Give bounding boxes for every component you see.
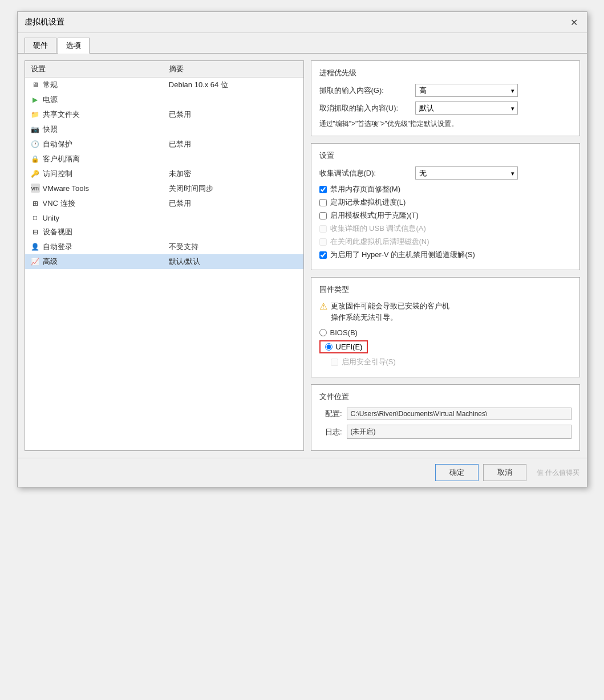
- config-value: C:\Users\Riven\Documents\Virtual Machine…: [347, 408, 571, 420]
- capture-select[interactable]: 高 正常 低: [415, 84, 518, 97]
- checkbox-disable-memory[interactable]: [319, 186, 327, 193]
- capture-row: 抓取的输入内容(G): 高 正常 低: [319, 84, 571, 97]
- table-row[interactable]: ⊟ 设备视图: [25, 225, 303, 239]
- autoprotect-icon: 🕐: [31, 140, 40, 149]
- tab-options[interactable]: 选项: [58, 38, 90, 54]
- row-name: 自动保护: [43, 139, 72, 149]
- section-settings: 设置 收集调试信息(D): 无 基本 详细 禁用内存页面修整(M): [311, 143, 580, 270]
- row-name: VMware Tools: [43, 184, 89, 193]
- checkbox-label-4: 在关闭此虚拟机后清理磁盘(N): [330, 237, 429, 247]
- secure-boot-row: 启用安全引导(S): [331, 357, 571, 367]
- general-icon: 🖥: [31, 80, 40, 89]
- table-row[interactable]: 🔒 客户机隔离: [25, 152, 303, 166]
- checkbox-row-4: 在关闭此虚拟机后清理磁盘(N): [319, 237, 571, 247]
- debug-row: 收集调试信息(D): 无 基本 详细: [319, 166, 571, 180]
- col-setting: 设置: [25, 61, 163, 78]
- bios-radio-row: BIOS(B): [319, 328, 571, 337]
- checkbox-template-mode[interactable]: [319, 212, 327, 219]
- power-icon: ▶: [31, 95, 40, 104]
- firmware-title: 固件类型: [319, 284, 571, 295]
- warning-icon: ⚠: [319, 301, 327, 312]
- checkbox-row-0: 禁用内存页面修整(M): [319, 184, 571, 194]
- checkbox-row-1: 定期记录虚拟机进度(L): [319, 197, 571, 207]
- tab-hardware[interactable]: 硬件: [25, 38, 56, 54]
- checkbox-hyperv-mitigate[interactable]: [319, 251, 327, 259]
- row-name: 自动登录: [43, 242, 72, 252]
- uefi-radio[interactable]: [325, 343, 333, 351]
- row-summary: [163, 122, 303, 137]
- file-title: 文件位置: [319, 392, 571, 402]
- row-summary: 不受支持: [163, 239, 303, 254]
- uncapture-label: 取消抓取的输入内容(U):: [319, 103, 411, 113]
- firmware-warning: ⚠ 更改固件可能会导致已安装的客户机操作系统无法引导。: [319, 300, 571, 323]
- debug-label: 收集调试信息(D):: [319, 168, 411, 178]
- row-name: 客户机隔离: [43, 154, 80, 164]
- secure-boot-checkbox: [331, 359, 338, 366]
- row-name: 共享文件夹: [43, 109, 80, 120]
- row-summary: 已禁用: [163, 137, 303, 152]
- close-button[interactable]: ✕: [569, 17, 580, 28]
- table-row[interactable]: 📁 共享文件夹 已禁用: [25, 107, 303, 122]
- vnc-icon: ⊞: [31, 199, 40, 208]
- capture-select-wrapper: 高 正常 低: [415, 84, 518, 97]
- table-row[interactable]: 🕐 自动保护 已禁用: [25, 137, 303, 152]
- row-name: 访问控制: [43, 169, 72, 179]
- checkbox-label-1: 定期记录虚拟机进度(L): [330, 197, 406, 207]
- log-label: 日志:: [319, 427, 342, 437]
- bios-label: BIOS(B): [330, 328, 358, 337]
- uncapture-row: 取消抓取的输入内容(U): 默认 正常 低: [319, 101, 571, 115]
- config-label: 配置:: [319, 409, 342, 419]
- bios-radio[interactable]: [319, 329, 327, 336]
- checkbox-log-progress[interactable]: [319, 199, 327, 206]
- log-row: 日志: (未开启): [319, 425, 571, 439]
- row-name: Unity: [43, 214, 60, 222]
- table-row[interactable]: 📈 高级 默认/默认: [25, 254, 303, 269]
- settings-table: 设置 摘要 🖥 常规 Debian 10.x 64 位 ▶: [25, 61, 303, 269]
- row-summary: Debian 10.x 64 位: [163, 78, 303, 93]
- row-summary: [163, 211, 303, 225]
- table-row[interactable]: ▶ 电源: [25, 92, 303, 107]
- table-row[interactable]: ⊞ VNC 连接 已禁用: [25, 196, 303, 211]
- table-row[interactable]: vm VMware Tools 关闭时间同步: [25, 181, 303, 196]
- debug-select-wrapper: 无 基本 详细: [415, 166, 518, 180]
- checkbox-clean-disk: [319, 238, 327, 246]
- secure-boot-label: 启用安全引导(S): [342, 357, 396, 367]
- priority-hint: 通过"编辑">"首选项">"优先级"指定默认设置。: [319, 119, 571, 129]
- dialog: 虚拟机设置 ✕ 硬件 选项 设置 摘要 🖥 常规: [17, 11, 587, 487]
- checkbox-row-5: 为启用了 Hyper-V 的主机禁用侧通道缓解(S): [319, 250, 571, 260]
- checkbox-label-2: 启用模板模式(用于克隆)(T): [330, 210, 419, 221]
- dialog-title: 虚拟机设置: [25, 17, 64, 27]
- table-row[interactable]: 📷 快照: [25, 122, 303, 137]
- bottom-bar: 确定 取消 值 什么值得买: [18, 458, 587, 487]
- cancel-button[interactable]: 取消: [483, 464, 526, 481]
- right-panel: 进程优先级 抓取的输入内容(G): 高 正常 低 取消抓取的输入内容(U):: [311, 60, 580, 451]
- uncapture-select[interactable]: 默认 正常 低: [415, 101, 518, 115]
- unity-icon: □: [31, 213, 40, 222]
- row-summary: [163, 92, 303, 107]
- title-bar: 虚拟机设置 ✕: [18, 12, 587, 33]
- table-row[interactable]: 🖥 常规 Debian 10.x 64 位: [25, 78, 303, 93]
- checkbox-label-3: 收集详细的 USB 调试信息(A): [330, 223, 426, 234]
- table-row[interactable]: 👤 自动登录 不受支持: [25, 239, 303, 254]
- row-name: 高级: [43, 257, 58, 267]
- row-name: 电源: [43, 95, 58, 105]
- section-file: 文件位置 配置: C:\Users\Riven\Documents\Virtua…: [311, 384, 580, 451]
- table-row[interactable]: □ Unity: [25, 211, 303, 225]
- checkbox-usb-debug: [319, 225, 327, 233]
- debug-select[interactable]: 无 基本 详细: [415, 166, 518, 180]
- watermark: 值 什么值得买: [537, 468, 579, 478]
- row-name: VNC 连接: [43, 198, 75, 209]
- checkbox-label-0: 禁用内存页面修整(M): [330, 184, 401, 194]
- ok-button[interactable]: 确定: [435, 464, 479, 481]
- checkbox-row-2: 启用模板模式(用于克隆)(T): [319, 210, 571, 221]
- access-icon: 🔑: [31, 169, 40, 178]
- row-name: 常规: [43, 80, 58, 90]
- shared-folder-icon: 📁: [31, 110, 40, 119]
- isolation-icon: 🔒: [31, 154, 40, 164]
- left-panel: 设置 摘要 🖥 常规 Debian 10.x 64 位 ▶: [25, 60, 304, 451]
- table-row[interactable]: 🔑 访问控制 未加密: [25, 166, 303, 181]
- tabs: 硬件 选项: [18, 33, 587, 54]
- row-summary: 关闭时间同步: [163, 181, 303, 196]
- firmware-warning-text: 更改固件可能会导致已安装的客户机操作系统无法引导。: [331, 300, 449, 323]
- row-name: 快照: [43, 124, 58, 135]
